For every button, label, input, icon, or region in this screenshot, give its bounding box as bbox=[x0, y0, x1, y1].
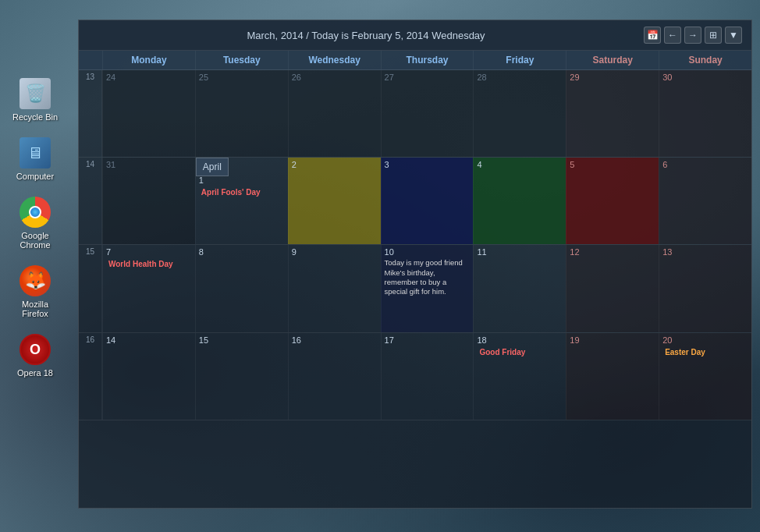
opera-icon[interactable]: O Opera 18 bbox=[8, 334, 62, 378]
header-controls: 📅 ← → ⊞ ▼ bbox=[644, 27, 742, 44]
day-header-friday: Friday bbox=[473, 51, 566, 69]
opera-image: O bbox=[20, 334, 51, 365]
day-number: 12 bbox=[570, 247, 655, 257]
chrome-image bbox=[20, 197, 51, 228]
calendar-day-13[interactable]: 13 bbox=[659, 245, 751, 332]
calendar-day-april-1[interactable]: April 1 April Fools' Day bbox=[195, 158, 288, 244]
day-number: 2 bbox=[292, 160, 378, 169]
calendar-day-31[interactable]: 31 bbox=[102, 158, 195, 244]
firefox-image: 🦊 bbox=[20, 265, 51, 296]
calendar-widget: March, 2014 / Today is February 5, 2014 … bbox=[78, 20, 752, 509]
week-num-header-empty bbox=[79, 51, 102, 69]
calendar-day-26[interactable]: 26 bbox=[288, 70, 381, 157]
recycle-bin-icon[interactable]: 🗑️ Recycle Bin bbox=[8, 78, 62, 122]
calendar-day-14[interactable]: 14 bbox=[102, 333, 195, 420]
day-number: 17 bbox=[385, 335, 471, 345]
prev-month-button[interactable]: ← bbox=[664, 27, 681, 44]
calendar-day-9[interactable]: 9 bbox=[288, 245, 381, 332]
calendar-day-24[interactable]: 24 bbox=[102, 70, 195, 157]
day-header-thursday: Thursday bbox=[381, 51, 474, 69]
calendar-day-7[interactable]: 7 World Health Day bbox=[102, 245, 195, 332]
calendar-week-16: 16 14 15 16 17 18 Good Friday 19 20 E bbox=[79, 333, 751, 420]
week-num-14: 14 bbox=[79, 158, 102, 244]
day-number: 6 bbox=[662, 160, 748, 169]
calendar-header: March, 2014 / Today is February 5, 2014 … bbox=[79, 20, 751, 51]
day-header-saturday: Saturday bbox=[566, 51, 659, 69]
calendar-day-3[interactable]: 3 bbox=[381, 158, 474, 244]
day-number: 9 bbox=[292, 247, 378, 257]
day-number: 10 bbox=[385, 247, 471, 257]
day-number: 28 bbox=[477, 73, 563, 82]
calendar-day-15[interactable]: 15 bbox=[195, 333, 288, 420]
calendar-day-headers: Monday Tuesday Wednesday Thursday Friday… bbox=[79, 51, 751, 70]
week-num-13: 13 bbox=[79, 70, 102, 157]
day-number: 19 bbox=[570, 335, 655, 345]
day-number: 15 bbox=[199, 335, 285, 345]
calendar-title: March, 2014 / Today is February 5, 2014 … bbox=[88, 30, 644, 41]
google-chrome-icon[interactable]: Google Chrome bbox=[8, 197, 62, 250]
calendar-week-13: 13 24 25 26 27 28 29 30 bbox=[79, 70, 751, 158]
calendar-body: 13 24 25 26 27 28 29 30 bbox=[79, 70, 751, 508]
calendar-day-19[interactable]: 19 bbox=[566, 333, 659, 420]
calendar-day-2[interactable]: 2 bbox=[288, 158, 381, 244]
day-number: 5 bbox=[570, 160, 655, 169]
day-number: 14 bbox=[106, 335, 192, 345]
day-number: 3 bbox=[385, 160, 471, 169]
calendar-title-text: March, 2014 / Today is February 5, 2014 … bbox=[247, 30, 485, 41]
calendar-day-6[interactable]: 6 bbox=[659, 158, 751, 244]
day-number: 20 bbox=[662, 335, 748, 345]
calendar-view-button[interactable]: 📅 bbox=[644, 27, 661, 44]
recycle-bin-label: Recycle Bin bbox=[12, 112, 58, 122]
dropdown-button[interactable]: ▼ bbox=[725, 27, 742, 44]
calendar-day-17[interactable]: 17 bbox=[381, 333, 474, 420]
day-header-tuesday: Tuesday bbox=[195, 51, 288, 69]
day-number: 18 bbox=[477, 335, 563, 345]
day-number: 16 bbox=[292, 335, 378, 345]
calendar-day-30[interactable]: 30 bbox=[659, 70, 751, 157]
calendar-day-18[interactable]: 18 Good Friday bbox=[473, 333, 566, 420]
good-friday-event: Good Friday bbox=[477, 346, 563, 358]
calendar-day-4[interactable]: 4 bbox=[473, 158, 566, 244]
world-health-day-event: World Health Day bbox=[106, 258, 192, 270]
day-number: 25 bbox=[199, 73, 285, 82]
calendar-day-25[interactable]: 25 bbox=[195, 70, 288, 157]
day-number: 4 bbox=[477, 160, 563, 169]
grid-view-button[interactable]: ⊞ bbox=[705, 27, 722, 44]
april-fools-event: April Fools' Day bbox=[199, 186, 285, 198]
day-number: 13 bbox=[662, 247, 748, 257]
calendar-day-20[interactable]: 20 Easter Day bbox=[659, 333, 751, 420]
easter-day-event: Easter Day bbox=[662, 346, 748, 358]
firefox-label: Mozilla Firefox bbox=[8, 300, 62, 318]
calendar-week-14: 14 31 April 1 April Fools' Day 2 3 4 5 bbox=[79, 158, 751, 245]
computer-label: Computer bbox=[16, 172, 54, 181]
calendar-day-29[interactable]: 29 bbox=[566, 70, 659, 157]
day-number: 29 bbox=[570, 73, 655, 82]
day-number: 31 bbox=[106, 160, 192, 169]
day-number: 26 bbox=[292, 73, 378, 82]
day-number: 1 bbox=[199, 176, 285, 185]
week-num-15: 15 bbox=[79, 245, 102, 332]
next-month-button[interactable]: → bbox=[684, 27, 701, 44]
day-header-monday: Monday bbox=[102, 51, 195, 69]
computer-image: 🖥 bbox=[20, 137, 51, 168]
day-number: 24 bbox=[106, 73, 192, 82]
calendar-day-16[interactable]: 16 bbox=[288, 333, 381, 420]
calendar-day-5[interactable]: 5 bbox=[566, 158, 659, 244]
calendar-day-12[interactable]: 12 bbox=[566, 245, 659, 332]
calendar-day-10[interactable]: 10 Today is my good friend Mike's birthd… bbox=[381, 245, 474, 332]
month-popup: April bbox=[196, 158, 229, 176]
week-num-16: 16 bbox=[79, 333, 102, 420]
desktop-icons-container: 🗑️ Recycle Bin 🖥 Computer Google Chrome … bbox=[8, 78, 62, 378]
opera-label: Opera 18 bbox=[17, 368, 53, 378]
calendar-week-15: 15 7 World Health Day 8 9 10 Today is my… bbox=[79, 245, 751, 332]
calendar-day-27[interactable]: 27 bbox=[381, 70, 474, 157]
computer-icon[interactable]: 🖥 Computer bbox=[8, 137, 62, 181]
day-header-sunday: Sunday bbox=[659, 51, 751, 69]
calendar-day-28[interactable]: 28 bbox=[473, 70, 566, 157]
firefox-icon[interactable]: 🦊 Mozilla Firefox bbox=[8, 265, 62, 318]
calendar-day-8[interactable]: 8 bbox=[195, 245, 288, 332]
day-number: 30 bbox=[662, 73, 748, 82]
calendar-day-11[interactable]: 11 bbox=[473, 245, 566, 332]
day-number: 11 bbox=[477, 247, 563, 257]
recycle-bin-image: 🗑️ bbox=[20, 78, 51, 109]
